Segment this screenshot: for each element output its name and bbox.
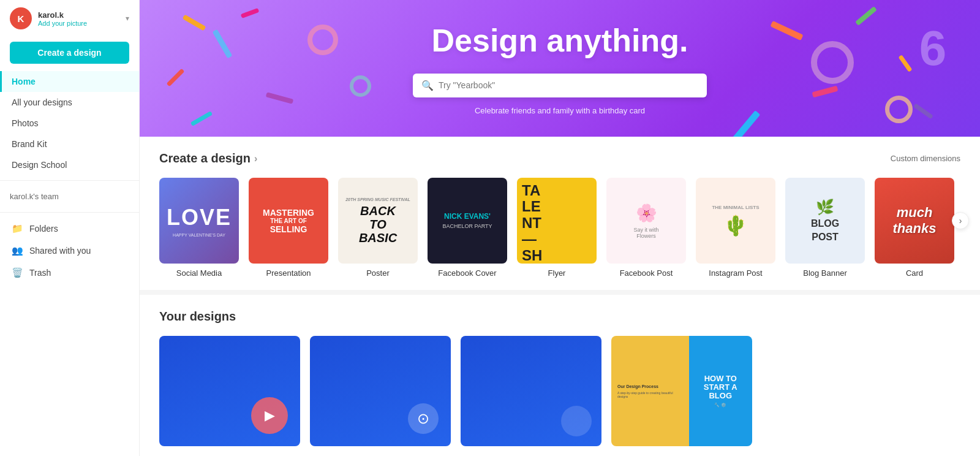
create-design-section: Create a design › Custom dimensions LOVE… (140, 137, 980, 290)
search-input[interactable] (439, 80, 698, 90)
user-header[interactable]: K karol.k Add your picture ▾ (0, 0, 139, 37)
photos-label: Photos (12, 118, 39, 128)
sidebar-item-photos[interactable]: Photos (0, 113, 139, 134)
instagram-post-label: Instagram Post (709, 268, 762, 278)
your-designs-section: Your designs ▶ ⊙ (140, 295, 980, 456)
trash-icon: 🗑️ (12, 267, 23, 278)
chevron-down-icon: ▾ (126, 14, 129, 23)
sidebar-item-folders[interactable]: 📁 Folders (0, 218, 139, 240)
hero-title: Design anything. (432, 22, 688, 59)
hero-subtitle: Celebrate friends and family with a birt… (475, 106, 645, 115)
sidebar-team[interactable]: karol.k's team (0, 186, 139, 207)
design-type-instagram-post[interactable]: THE MINIMAL LISTS 🌵 Instagram Post (696, 178, 775, 278)
design-type-blog-banner[interactable]: 🌿 BLOG POST Blog Banner (785, 178, 865, 278)
design-type-facebook-cover[interactable]: NICK EVANS' BACHELOR PARTY Facebook Cove… (428, 178, 507, 278)
design-type-presentation[interactable]: MASTERING THE ART OF SELLING Presentatio… (249, 178, 328, 278)
brand-kit-label: Brand Kit (12, 139, 47, 149)
design-types-list: LOVE HAPPY VALENTINE'S DAY Social Media … (159, 178, 960, 280)
your-designs-grid: ▶ ⊙ Our Design (159, 336, 960, 446)
custom-dimensions-link[interactable]: Custom dimensions (891, 154, 960, 163)
all-designs-label: All your designs (12, 97, 72, 107)
design-card-2[interactable]: ⊙ (310, 336, 451, 446)
sidebar-item-all-designs[interactable]: All your designs (0, 92, 139, 113)
social-media-thumb: LOVE HAPPY VALENTINE'S DAY (159, 178, 239, 264)
sidebar-item-design-school[interactable]: Design School (0, 154, 139, 175)
next-arrow-button[interactable]: › (952, 212, 969, 229)
poster-label: Poster (366, 268, 390, 278)
sidebar: K karol.k Add your picture ▾ Create a de… (0, 0, 140, 456)
search-icon: 🔍 (421, 80, 434, 91)
divider2 (0, 212, 139, 213)
flyer-thumb: TALENT—SHOW time to show them what you'r… (517, 178, 597, 264)
confetti-decoration: 6 (140, 0, 980, 137)
blog-banner-thumb: 🌿 BLOG POST (785, 178, 865, 264)
create-design-button[interactable]: Create a design (10, 42, 129, 64)
design-card-blog[interactable]: Our Design Process A step-by-step guide … (611, 336, 752, 446)
design-card-3[interactable] (461, 336, 601, 446)
user-info: karol.k Add your picture (38, 10, 119, 27)
design-type-facebook-post[interactable]: 🌸 Say it withFlowers Facebook Post (606, 178, 686, 278)
chevron-right-icon: › (254, 153, 257, 164)
shared-icon: 👥 (12, 245, 23, 256)
poster-thumb: 20TH SPRING MUSIC FESTIVAL BACKTOBASIC (338, 178, 418, 264)
facebook-cover-thumb: NICK EVANS' BACHELOR PARTY (428, 178, 507, 264)
home-label: Home (12, 77, 36, 86)
blog-banner-label: Blog Banner (803, 268, 847, 278)
sidebar-item-brand-kit[interactable]: Brand Kit (0, 134, 139, 154)
design-type-card[interactable]: muchthanks Card (875, 178, 954, 278)
hero-banner: 6 Design anything. 🔍 Celebrate friends a… (140, 0, 980, 137)
card-label: Card (906, 268, 923, 278)
create-section-title: Create a design › (159, 151, 257, 165)
facebook-post-label: Facebook Post (620, 268, 673, 278)
sidebar-item-home[interactable]: Home (0, 71, 139, 92)
sidebar-item-shared[interactable]: 👥 Shared with you (0, 240, 139, 262)
design-type-poster[interactable]: 20TH SPRING MUSIC FESTIVAL BACKTOBASIC P… (338, 178, 418, 278)
avatar: K (10, 7, 32, 29)
design-card-1[interactable]: ▶ (159, 336, 300, 446)
design-type-social-media[interactable]: LOVE HAPPY VALENTINE'S DAY Social Media (159, 178, 239, 278)
design-types-wrapper: LOVE HAPPY VALENTINE'S DAY Social Media … (159, 178, 960, 280)
create-section-header: Create a design › Custom dimensions (159, 151, 960, 165)
design-type-flyer[interactable]: TALENT—SHOW time to show them what you'r… (517, 178, 597, 278)
instagram-post-thumb: THE MINIMAL LISTS 🌵 (696, 178, 775, 264)
divider (0, 180, 139, 181)
flyer-label: Flyer (548, 268, 566, 278)
trash-label: Trash (29, 268, 51, 278)
username: karol.k (38, 10, 119, 20)
your-designs-title: Your designs (159, 310, 236, 324)
your-designs-header: Your designs (159, 310, 960, 324)
facebook-post-thumb: 🌸 Say it withFlowers (606, 178, 686, 264)
presentation-thumb: MASTERING THE ART OF SELLING (249, 178, 328, 264)
social-media-label: Social Media (176, 268, 222, 278)
card-thumb: muchthanks (875, 178, 954, 264)
hero-search-bar[interactable]: 🔍 (413, 74, 707, 97)
folders-label: Folders (29, 224, 58, 234)
presentation-label: Presentation (266, 268, 311, 278)
facebook-cover-label: Facebook Cover (438, 268, 496, 278)
sidebar-item-trash[interactable]: 🗑️ Trash (0, 262, 139, 284)
add-picture-link[interactable]: Add your picture (38, 20, 119, 27)
design-school-label: Design School (12, 160, 67, 170)
folder-icon: 📁 (12, 223, 23, 234)
main-content: 6 Design anything. 🔍 Celebrate friends a… (140, 0, 980, 456)
shared-label: Shared with you (29, 246, 91, 256)
